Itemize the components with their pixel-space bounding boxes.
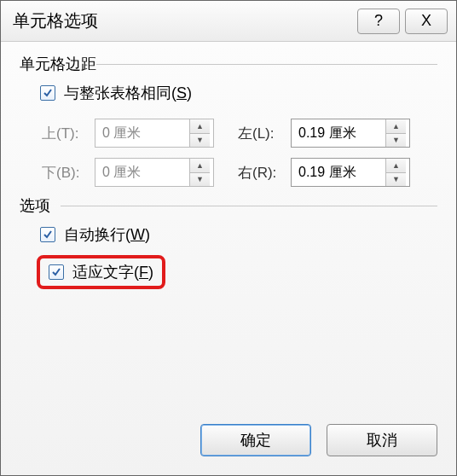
spin-down-icon[interactable]: ▼: [190, 134, 210, 148]
fit-text-highlight: 适应文字(F): [37, 255, 165, 289]
wrap-text-checkbox[interactable]: [40, 227, 55, 242]
checkmark-icon: [43, 89, 52, 97]
margin-top-label: 上(T):: [42, 124, 95, 143]
cell-margins-legend: 单元格边距: [20, 54, 437, 74]
help-icon: ?: [374, 12, 383, 30]
help-button[interactable]: ?: [357, 9, 400, 34]
dialog-window: 单元格选项 ? X 单元格边距 与整张表格相同(S): [0, 0, 457, 476]
margin-top-row: 上(T): ▲ ▼: [42, 119, 229, 148]
ok-button[interactable]: 确定: [200, 424, 311, 456]
same-as-table-checkbox[interactable]: [40, 85, 55, 101]
margin-bottom-input[interactable]: [95, 159, 189, 186]
margin-top-spinner[interactable]: ▲ ▼: [95, 119, 214, 148]
margin-right-spin-buttons: ▲ ▼: [385, 159, 406, 186]
same-as-table-label[interactable]: 与整张表格相同(S): [64, 83, 192, 103]
dialog-footer: 确定 取消: [1, 412, 456, 475]
margin-top-input[interactable]: [95, 119, 189, 147]
margin-right-label: 右(R):: [238, 163, 291, 183]
dialog-content: 单元格边距 与整张表格相同(S) 上(T): ▲: [1, 42, 456, 412]
margin-right-spinner[interactable]: ▲ ▼: [291, 158, 410, 187]
margin-left-spin-buttons: ▲ ▼: [385, 119, 406, 147]
options-legend: 选项: [20, 195, 437, 216]
margin-left-label: 左(L):: [238, 124, 291, 143]
spin-down-icon[interactable]: ▼: [386, 134, 406, 148]
checkmark-icon: [43, 230, 52, 239]
titlebar: 单元格选项 ? X: [1, 1, 456, 42]
spin-down-icon[interactable]: ▼: [190, 173, 210, 187]
cancel-button[interactable]: 取消: [327, 424, 437, 456]
margin-left-row: 左(L): ▲ ▼: [238, 119, 425, 148]
options-group: 选项 自动换行(W) 适应文字(F): [20, 195, 437, 289]
dialog-title: 单元格选项: [13, 9, 352, 32]
spin-up-icon[interactable]: ▲: [386, 119, 406, 134]
close-button[interactable]: X: [405, 9, 448, 34]
margin-bottom-spin-buttons: ▲ ▼: [189, 159, 210, 186]
fit-text-checkbox[interactable]: [49, 264, 64, 280]
spin-up-icon[interactable]: ▲: [190, 119, 210, 134]
margin-bottom-row: 下(B): ▲ ▼: [42, 158, 229, 187]
cell-margins-group: 单元格边距 与整张表格相同(S) 上(T): ▲: [20, 54, 437, 187]
margin-right-input[interactable]: [292, 159, 385, 186]
wrap-text-label[interactable]: 自动换行(W): [64, 224, 150, 245]
margin-right-row: 右(R): ▲ ▼: [238, 158, 425, 187]
margin-bottom-label: 下(B):: [42, 163, 95, 183]
close-icon: X: [421, 12, 431, 30]
spin-up-icon[interactable]: ▲: [386, 159, 406, 173]
spin-up-icon[interactable]: ▲: [190, 159, 210, 173]
margin-top-spin-buttons: ▲ ▼: [189, 119, 210, 147]
margin-left-spinner[interactable]: ▲ ▼: [291, 119, 410, 148]
spin-down-icon[interactable]: ▼: [386, 173, 406, 187]
wrap-text-row: 自动换行(W): [40, 224, 437, 245]
fit-text-label[interactable]: 适应文字(F): [72, 262, 153, 282]
checkmark-icon: [52, 268, 61, 276]
margin-left-input[interactable]: [292, 119, 385, 147]
same-as-table-row: 与整张表格相同(S): [40, 83, 437, 103]
margins-grid: 上(T): ▲ ▼ 左(L): ▲: [42, 119, 437, 187]
margin-bottom-spinner[interactable]: ▲ ▼: [95, 158, 214, 187]
